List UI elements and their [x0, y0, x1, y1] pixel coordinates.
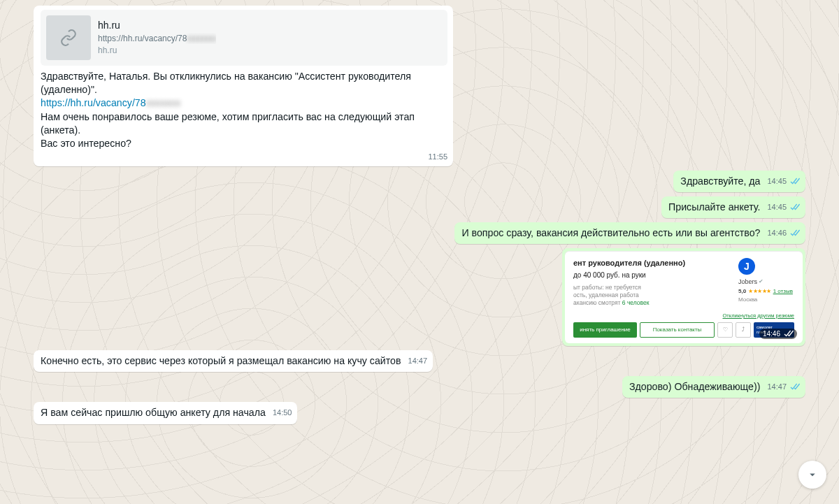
message-time: 14:47 [408, 356, 428, 366]
message-text: Здравствуйте, Наталья. Вы откликнулись н… [41, 70, 447, 150]
message-row-out: ент руководителя (удаленно) до 40 000 ру… [34, 248, 805, 346]
favorite-icon: ♡ [717, 322, 733, 338]
attached-screenshot[interactable]: ент руководителя (удаленно) до 40 000 ру… [565, 251, 803, 343]
vacancy-salary: до 40 000 руб. на руки [573, 271, 731, 280]
message-time: 14:46 [763, 329, 780, 339]
message-meta: 14:45 [767, 202, 800, 213]
link-preview-url: https://hh.ru/vacancy/78xxxxxxx [98, 33, 216, 44]
vacancy-title: ент руководителя (удаленно) [573, 258, 731, 268]
message-text: И вопрос сразу, вакансия действительно е… [461, 227, 760, 238]
message-text: Я вам сейчас пришлю общую анкету для нач… [41, 407, 266, 418]
accept-invite-button: инять приглашение [573, 322, 637, 338]
message-time: 14:47 [767, 382, 787, 392]
read-receipt-icon [789, 229, 800, 237]
vacancy-meta: ость, удаленная работа [573, 291, 731, 299]
message-time: 14:45 [767, 176, 787, 187]
show-contacts-button: Показать контакты [640, 322, 715, 338]
company-name: Jobers✔ [738, 278, 794, 286]
message-bubble[interactable]: Здорово) Обнадеживающе)) 14:47 [622, 376, 805, 398]
message-row-out: Присылайте анкету. 14:45 [34, 196, 805, 218]
link-preview-text: hh.ru https://hh.ru/vacancy/78xxxxxxx hh… [98, 15, 216, 60]
reviews-link: 1 отзыв [773, 288, 793, 296]
message-meta: 14:47 [767, 382, 800, 392]
message-time: 11:55 [428, 152, 447, 162]
scroll-to-bottom-button[interactable] [798, 461, 826, 489]
message-meta: 14:45 [767, 176, 800, 187]
message-row-in: hh.ru https://hh.ru/vacancy/78xxxxxxx hh… [34, 6, 805, 166]
message-time: 14:50 [273, 408, 292, 418]
message-row-out: Здорово) Обнадеживающе)) 14:47 [34, 376, 805, 398]
message-bubble-image[interactable]: ент руководителя (удаленно) до 40 000 ру… [562, 248, 805, 346]
verified-icon: ✔ [759, 278, 763, 286]
company-city: Москва [738, 296, 794, 304]
message-bubble[interactable]: Конечно есть, это сервис через который я… [34, 350, 433, 372]
other-resume-link: Откликнуться другим резюме [565, 312, 803, 322]
link-preview-card[interactable]: hh.ru https://hh.ru/vacancy/78xxxxxxx hh… [41, 10, 447, 66]
vacancy-viewers: акансию смотрят 6 человек [573, 299, 731, 307]
image-timestamp-overlay: 14:46 [759, 329, 797, 340]
vacancy-meta: ыт работы: не требуется [573, 284, 731, 291]
link-icon [46, 15, 91, 60]
message-row-in: Я вам сейчас пришлю общую анкету для нач… [34, 402, 805, 424]
message-text: Здорово) Обнадеживающе)) [629, 381, 761, 392]
company-rating: 5,0 ★★★★★ 1 отзыв [738, 288, 794, 296]
message-bubble[interactable]: Присылайте анкету. 14:45 [661, 196, 805, 218]
message-text: Здравствуйте, да [680, 175, 760, 187]
read-receipt-icon [789, 383, 800, 391]
message-row-out: И вопрос сразу, вакансия действительно е… [34, 222, 805, 244]
chat-scroll-area[interactable]: hh.ru https://hh.ru/vacancy/78xxxxxxx hh… [0, 0, 839, 504]
message-text: Конечно есть, это сервис через который я… [41, 355, 401, 366]
read-receipt-icon [789, 178, 800, 185]
message-time: 14:46 [767, 228, 787, 238]
company-avatar: J [738, 258, 755, 275]
link-preview-title: hh.ru [98, 19, 216, 32]
company-box: J Jobers✔ 5,0 ★★★★★ 1 отзыв Москва [738, 258, 794, 306]
message-row-out: Здравствуйте, да 14:45 [34, 171, 805, 192]
message-bubble[interactable]: hh.ru https://hh.ru/vacancy/78xxxxxxx hh… [34, 6, 453, 166]
message-row-in: Конечно есть, это сервис через который я… [34, 350, 805, 372]
stars-icon: ★★★★★ [748, 288, 771, 296]
message-meta: 14:46 [767, 228, 800, 238]
read-receipt-icon [789, 203, 800, 211]
message-bubble[interactable]: Здравствуйте, да 14:45 [673, 171, 805, 192]
message-bubble[interactable]: Я вам сейчас пришлю общую анкету для нач… [34, 402, 297, 424]
message-bubble[interactable]: И вопрос сразу, вакансия действительно е… [454, 222, 805, 244]
share-icon: ⤴ [736, 322, 751, 338]
vacancy-info: ент руководителя (удаленно) до 40 000 ру… [573, 258, 731, 306]
message-link[interactable]: https://hh.ru/vacancy/78xxxxxxx [41, 97, 180, 108]
message-text: Присылайте анкету. [668, 201, 760, 213]
chevron-down-icon [806, 468, 819, 481]
link-preview-domain: hh.ru [98, 45, 216, 56]
read-receipt-icon [782, 330, 794, 338]
message-time: 14:45 [767, 202, 787, 213]
